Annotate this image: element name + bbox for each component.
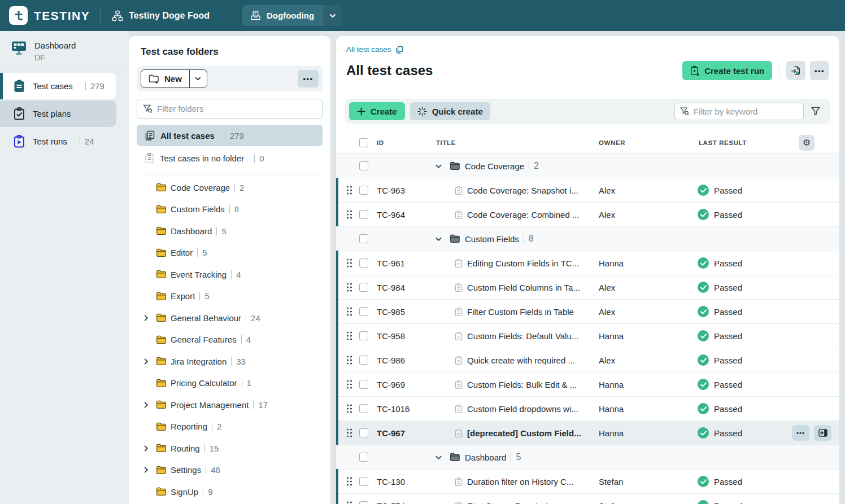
folder-tree-item[interactable]: Export 5 <box>137 286 323 308</box>
quick-create-button[interactable]: Quick create <box>410 102 490 120</box>
test-case-row[interactable]: TC-964 Code Coverage: Combined ... Alex … <box>336 203 839 227</box>
more-actions-button[interactable]: ••• <box>810 61 829 80</box>
test-case-row[interactable]: TC-1016 Custom Field dropdowns wi... Han… <box>336 397 839 421</box>
new-folder-button[interactable]: New <box>141 70 189 87</box>
table-group-row[interactable]: Code Coverage 2 <box>336 154 839 178</box>
testiny-logo-icon[interactable] <box>9 6 28 25</box>
sidebar-item-dashboard[interactable]: Dashboard DF <box>0 31 129 69</box>
test-case-row[interactable]: TC-986 Quick create with required ... Al… <box>336 348 839 372</box>
test-case-row[interactable]: TC-967 [deprecated] Custom Field... Hann… <box>336 421 839 445</box>
chevron-right-icon[interactable] <box>142 314 156 322</box>
folder-tree-item[interactable]: Editor 5 <box>137 242 323 264</box>
column-header-owner[interactable]: OWNER <box>599 139 625 146</box>
drag-handle[interactable] <box>346 404 352 414</box>
brand-name[interactable]: TESTINY <box>34 9 90 23</box>
row-checkbox[interactable] <box>359 404 368 413</box>
row-checkbox[interactable] <box>359 186 368 195</box>
test-case-title[interactable]: Custom Fields: Bulk Edit & ... <box>467 380 577 389</box>
sidebar-item-test-runs[interactable]: Test runs 24 <box>0 128 116 155</box>
test-case-title[interactable]: Editing Custom Fields in TC... <box>467 258 579 268</box>
row-checkbox[interactable] <box>359 477 368 486</box>
test-case-row[interactable]: TC-969 Custom Fields: Bulk Edit & ... Ha… <box>336 372 839 397</box>
chevron-right-icon[interactable] <box>142 445 156 452</box>
project-selector-caret[interactable] <box>322 5 342 26</box>
folder-tree-item[interactable]: Code Coverage 2 <box>137 177 323 199</box>
folder-tree-item[interactable]: General Features 4 <box>137 329 323 351</box>
table-group-row[interactable]: Dashboard 5 <box>336 445 839 470</box>
sidebar-item-test-cases[interactable]: Test cases 279 <box>0 73 116 99</box>
row-checkbox[interactable] <box>359 356 368 365</box>
drag-handle[interactable] <box>346 380 352 389</box>
test-case-id[interactable]: TC-574 <box>377 501 405 504</box>
test-case-title[interactable]: [deprecated] Custom Field... <box>467 428 581 438</box>
group-checkbox[interactable] <box>359 161 368 170</box>
chevron-down-icon[interactable] <box>435 163 450 170</box>
test-case-row[interactable]: TC-130 Duration filter on History C... S… <box>336 470 839 494</box>
no-folder-item[interactable]: Test cases in no folder 0 <box>137 147 323 169</box>
test-case-row[interactable]: TC-961 Editing Custom Fields in TC... Ha… <box>336 251 839 275</box>
test-case-row[interactable]: TC-984 Custom Field Columns in Ta... Ale… <box>336 275 839 300</box>
folder-tree-item[interactable]: Jira Integration 33 <box>137 350 323 372</box>
test-case-title[interactable]: Custom Fields: Default Valu... <box>467 331 578 341</box>
test-case-title[interactable]: Filter Custom Fields in Table <box>467 307 574 317</box>
organization-switcher[interactable]: Testiny Doge Food <box>112 10 210 21</box>
test-case-title[interactable]: Quick create with required ... <box>467 356 575 365</box>
table-group-row[interactable]: Custom Fields 8 <box>336 227 839 251</box>
folder-tree-item[interactable]: Custom Fields 8 <box>137 199 323 221</box>
test-case-id[interactable]: TC-958 <box>377 331 405 341</box>
drag-handle[interactable] <box>346 356 352 365</box>
test-case-title[interactable]: First Steps - Permissions <box>467 501 561 504</box>
folder-tree-item[interactable]: Event Tracking 4 <box>137 264 323 286</box>
folder-tree-item[interactable]: Dashboard 5 <box>137 220 323 242</box>
chevron-right-icon[interactable] <box>142 401 156 409</box>
chevron-right-icon[interactable] <box>142 358 156 365</box>
row-open-details-button[interactable] <box>814 425 831 441</box>
test-case-title[interactable]: Code Coverage: Snapshot i... <box>467 186 578 195</box>
all-test-cases-folder[interactable]: All test cases 279 <box>137 125 323 146</box>
test-case-id[interactable]: TC-963 <box>377 186 405 195</box>
row-checkbox[interactable] <box>359 380 368 389</box>
test-case-id[interactable]: TC-964 <box>377 210 405 220</box>
test-case-id[interactable]: TC-985 <box>377 307 405 317</box>
breadcrumb[interactable]: All test cases <box>346 45 839 54</box>
drag-handle[interactable] <box>346 501 352 504</box>
chevron-down-icon[interactable] <box>435 454 450 461</box>
test-case-row[interactable]: TC-963 Code Coverage: Snapshot i... Alex… <box>336 178 839 203</box>
column-header-last-result[interactable]: LAST RESULT <box>699 139 747 146</box>
drag-handle[interactable] <box>346 428 352 438</box>
test-case-id[interactable]: TC-984 <box>377 283 405 292</box>
group-checkbox[interactable] <box>359 234 368 243</box>
drag-handle[interactable] <box>346 307 352 317</box>
folder-tree-item[interactable]: General Behaviour 24 <box>137 307 323 329</box>
row-checkbox[interactable] <box>359 210 368 219</box>
folder-tree-item[interactable]: Project Management 17 <box>137 394 323 416</box>
row-checkbox[interactable] <box>359 283 368 292</box>
folder-tree-item[interactable]: SignUp 9 <box>137 481 323 503</box>
test-case-title[interactable]: Custom Field Columns in Ta... <box>467 283 580 292</box>
chevron-right-icon[interactable] <box>142 466 156 474</box>
folder-filter-input[interactable] <box>157 104 316 113</box>
breadcrumb-label[interactable]: All test cases <box>346 45 391 54</box>
test-case-id[interactable]: TC-969 <box>377 380 405 389</box>
new-folder-caret[interactable] <box>189 70 207 87</box>
copy-link-icon[interactable] <box>395 46 403 54</box>
test-case-row[interactable]: TC-985 Filter Custom Fields in Table Ale… <box>336 300 839 324</box>
test-case-id[interactable]: TC-986 <box>377 356 405 365</box>
test-case-title[interactable]: Custom Field dropdowns wi... <box>467 404 578 414</box>
import-button[interactable] <box>786 61 805 80</box>
row-checkbox[interactable] <box>359 501 368 504</box>
folder-tree-item[interactable]: Settings 48 <box>137 459 323 481</box>
folders-more-button[interactable]: ••• <box>298 70 319 87</box>
row-checkbox[interactable] <box>359 428 368 437</box>
test-case-title[interactable]: Duration filter on History C... <box>467 477 573 487</box>
test-case-id[interactable]: TC-130 <box>377 477 405 487</box>
group-checkbox[interactable] <box>359 453 368 462</box>
test-case-id[interactable]: TC-967 <box>377 428 405 438</box>
test-case-id[interactable]: TC-1016 <box>377 404 410 414</box>
create-test-run-button[interactable]: Create test run <box>682 61 772 80</box>
row-checkbox[interactable] <box>359 307 368 316</box>
keyword-filter-input[interactable] <box>694 107 798 116</box>
create-button[interactable]: Create <box>349 102 405 120</box>
test-case-row[interactable]: TC-574 First Steps - Permissions Stefan … <box>336 494 839 504</box>
test-case-row[interactable]: TC-958 Custom Fields: Default Valu... Ha… <box>336 324 839 348</box>
